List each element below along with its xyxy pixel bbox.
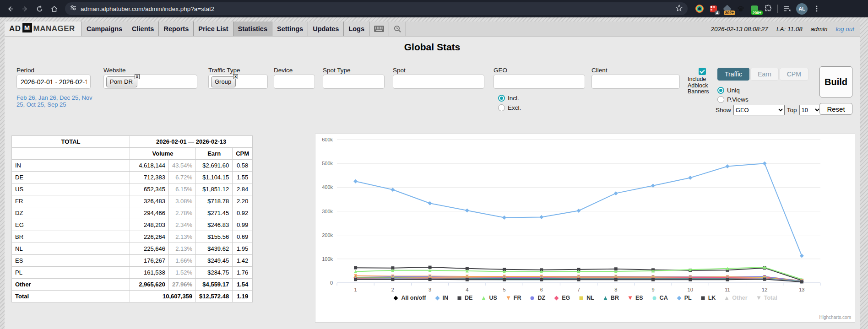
chip-remove-icon[interactable]: x: [233, 74, 238, 79]
table-cell: $439.62: [196, 243, 233, 255]
legend-item-pl[interactable]: PL: [676, 295, 692, 301]
extensions-puzzle-icon[interactable]: [764, 4, 773, 13]
geo-excl-radio[interactable]: Excl.: [498, 104, 521, 111]
nav-item-campaigns[interactable]: Campaigns: [81, 22, 127, 36]
legend-item-all-on-off[interactable]: All on/off: [393, 295, 426, 301]
spot-input[interactable]: [393, 75, 484, 89]
table-cell: ES: [12, 255, 130, 267]
logout-link[interactable]: log out: [835, 26, 854, 32]
legend-label: BR: [611, 295, 619, 301]
quick-period-link[interactable]: Jan 26: [38, 94, 56, 101]
legend-item-in[interactable]: IN: [434, 295, 449, 301]
legend-label: PL: [684, 295, 692, 301]
paw-icon[interactable]: [736, 4, 745, 13]
table-cell: 10,607,359: [130, 291, 196, 302]
legend-item-br[interactable]: BR: [602, 295, 619, 301]
home-icon[interactable]: [48, 2, 60, 15]
traffic-type-chip[interactable]: Group x: [211, 76, 236, 87]
table-cell: BR: [12, 231, 130, 243]
show-select[interactable]: GEO: [733, 105, 785, 115]
quick-period-link[interactable]: Oct 25: [27, 101, 44, 108]
website-input[interactable]: Porn DR x: [103, 75, 197, 89]
app-logo[interactable]: AD M MANAGER: [5, 22, 81, 36]
legend-item-es[interactable]: ES: [627, 295, 643, 301]
traffic-type-input[interactable]: Group x: [208, 75, 268, 89]
device-input[interactable]: [274, 75, 315, 89]
legend-item-eg[interactable]: EG: [553, 295, 570, 301]
radio-icon[interactable]: [498, 104, 505, 111]
earn-mode-button[interactable]: Earn: [750, 68, 779, 81]
period-input[interactable]: [16, 75, 91, 89]
site-settings-icon[interactable]: [70, 4, 77, 13]
svg-text:100k: 100k: [322, 256, 333, 262]
website-chip[interactable]: Porn DR x: [106, 76, 137, 87]
profile-avatar[interactable]: AL: [796, 3, 808, 15]
legend-label: NL: [586, 295, 594, 301]
nav-item-settings[interactable]: Settings: [272, 22, 308, 36]
keyboard-icon[interactable]: [369, 22, 389, 36]
legend-item-de[interactable]: DE: [456, 295, 472, 301]
uniq-radio[interactable]: Uniq: [717, 87, 740, 94]
chrome-menu-icon[interactable]: [812, 4, 821, 13]
cpm-mode-button[interactable]: CPM: [780, 68, 808, 81]
legend-item-ca[interactable]: CA: [651, 295, 668, 301]
geo-input[interactable]: [494, 75, 585, 89]
legend-item-total[interactable]: Total: [756, 295, 777, 301]
pviews-radio[interactable]: P.Views: [717, 96, 749, 103]
table-row-nl: NL225,6462.13%$439.621.95: [12, 243, 253, 255]
reload-icon[interactable]: [33, 2, 46, 15]
bookmark-star-icon[interactable]: [675, 4, 683, 14]
load-average: LA: 11.08: [776, 26, 803, 32]
geo-incl-radio[interactable]: Incl.: [498, 95, 519, 102]
quick-period-link[interactable]: Sep 25: [47, 101, 66, 108]
extension-pencil-icon[interactable]: 302+: [722, 4, 732, 13]
build-button[interactable]: Build: [819, 66, 852, 97]
table-cell: 6.72%: [169, 172, 196, 183]
back-icon[interactable]: [4, 2, 16, 15]
legend-label: ES: [635, 295, 643, 301]
nav-item-logs[interactable]: Logs: [343, 22, 369, 36]
nav-item-clients[interactable]: Clients: [127, 22, 158, 36]
website-label: Website: [103, 67, 126, 74]
radio-icon[interactable]: [717, 87, 724, 94]
legend-item-lk[interactable]: LK: [700, 295, 716, 301]
table-row-dz: DZ294,4662.78%$271.450.92: [12, 207, 253, 219]
top-select[interactable]: 10: [799, 105, 821, 115]
client-input[interactable]: [591, 75, 680, 89]
reading-list-icon[interactable]: [782, 4, 792, 13]
traffic-mode-button[interactable]: Traffic: [717, 68, 749, 81]
radio-icon[interactable]: [498, 95, 505, 102]
table-header-row: TOTAL 2026-02-01 — 2026-02-13: [12, 136, 253, 148]
nav-item-price-list[interactable]: Price List: [193, 22, 233, 36]
earn-column-header: Earn: [196, 148, 233, 160]
quick-period-link[interactable]: Dec 25: [60, 94, 78, 101]
nav-item-updates[interactable]: Updates: [308, 22, 343, 36]
table-cell: 652,345: [130, 183, 169, 195]
forward-icon[interactable]: [18, 2, 31, 15]
extension-red-icon[interactable]: 4: [709, 4, 718, 13]
nav-item-statistics[interactable]: Statistics: [233, 22, 272, 36]
table-cell: 161,538: [130, 267, 169, 279]
legend-marker-icon: [676, 295, 682, 301]
quick-period-link[interactable]: Feb 26: [16, 94, 35, 101]
search-icon[interactable]: [389, 22, 406, 36]
legend-item-nl[interactable]: NL: [578, 295, 594, 301]
radio-icon[interactable]: [717, 96, 724, 103]
adblock-checkbox[interactable]: [699, 68, 706, 75]
highcharts-credits[interactable]: Highcharts.com: [819, 315, 851, 320]
url-text[interactable]: adman.alphatuber.com/admin/index.php?a=s…: [81, 5, 672, 12]
reset-button[interactable]: Reset: [819, 103, 852, 115]
legend-item-dz[interactable]: DZ: [529, 295, 545, 301]
legend-item-us[interactable]: US: [481, 295, 497, 301]
top-label: Top: [787, 107, 797, 113]
geo-label: GEO: [494, 67, 507, 74]
table-cell: PL: [12, 267, 130, 279]
url-bar[interactable]: adman.alphatuber.com/admin/index.php?a=s…: [65, 2, 688, 15]
chip-remove-icon[interactable]: x: [135, 74, 140, 79]
legend-item-fr[interactable]: FR: [505, 295, 521, 301]
nav-item-reports[interactable]: Reports: [158, 22, 193, 36]
spot-type-input[interactable]: [323, 75, 385, 89]
extension-rings-icon[interactable]: [695, 4, 704, 13]
extension-green-icon[interactable]: 200+: [750, 4, 759, 13]
legend-item-other[interactable]: Other: [724, 295, 747, 301]
